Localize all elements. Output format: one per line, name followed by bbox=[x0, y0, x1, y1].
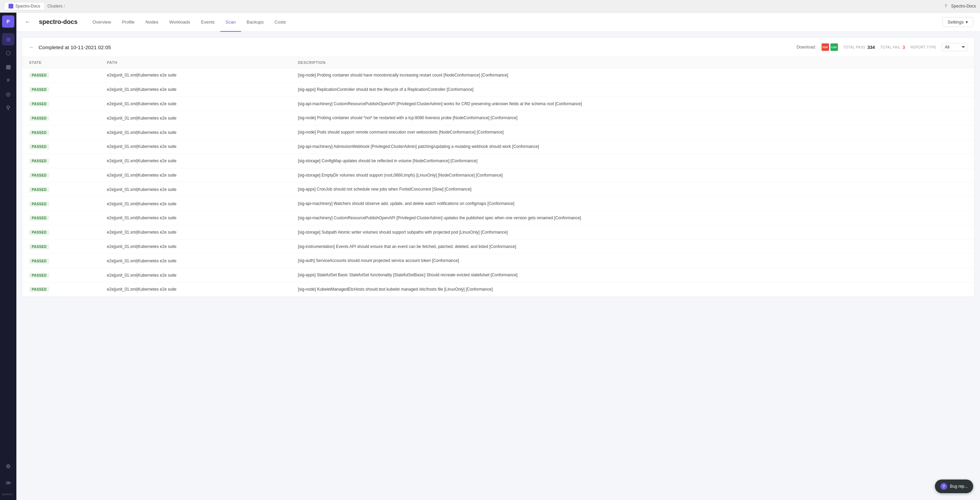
cell-state: PASSED bbox=[22, 97, 100, 111]
state-badge: PASSED bbox=[29, 87, 49, 92]
tab-workloads[interactable]: Workloads bbox=[164, 13, 196, 32]
breadcrumb-clusters[interactable]: Clusters bbox=[48, 4, 62, 8]
cell-state: PASSED bbox=[22, 225, 100, 239]
scan-header: ← Completed at 10-11-2021 02:05 Download… bbox=[22, 38, 974, 57]
state-badge: PASSED bbox=[29, 187, 49, 192]
total-pass-label: TOTAL PASS bbox=[843, 45, 865, 49]
state-badge: PASSED bbox=[29, 102, 49, 107]
table-row: PASSEDe2e|junit_01.xml|Kubernetes e2e su… bbox=[22, 182, 974, 197]
cell-path: e2e|junit_01.xml|Kubernetes e2e suite bbox=[100, 197, 291, 211]
table-row: PASSEDe2e|junit_01.xml|Kubernetes e2e su… bbox=[22, 68, 974, 83]
tab-scan[interactable]: Scan bbox=[220, 13, 242, 32]
cell-description: [sig-storage] ConfigMap updates should b… bbox=[291, 154, 974, 168]
sidebar-item-home[interactable]: ⊞ bbox=[2, 33, 14, 45]
bug-icon: ? bbox=[940, 483, 947, 490]
settings-button[interactable]: Settings ▾ bbox=[942, 17, 973, 27]
bug-report-button[interactable]: ? Bug rep... bbox=[935, 479, 973, 493]
cell-description: [sig-api-machinery] Watchers should obse… bbox=[291, 197, 974, 211]
cell-path: e2e|junit_01.xml|Kubernetes e2e suite bbox=[100, 268, 291, 282]
state-badge: PASSED bbox=[29, 202, 49, 207]
sidebar-item-globe[interactable]: ◎ bbox=[2, 88, 14, 100]
state-badge: PASSED bbox=[29, 273, 49, 278]
pdf-label: PDF bbox=[822, 46, 828, 49]
cell-state: PASSED bbox=[22, 111, 100, 125]
cell-path: e2e|junit_01.xml|Kubernetes e2e suite bbox=[100, 111, 291, 125]
sidebar-item-cluster[interactable]: ⬡ bbox=[2, 47, 14, 59]
help-icon[interactable]: ? bbox=[945, 4, 947, 8]
settings-label: Settings bbox=[948, 19, 964, 25]
table-header: State Path Description bbox=[22, 57, 974, 68]
sidebar-item-settings[interactable]: ⚙ bbox=[2, 460, 14, 472]
top-right-label: Spectro-Docs bbox=[951, 4, 976, 8]
back-button[interactable]: ← bbox=[23, 17, 32, 27]
table-row: PASSEDe2e|junit_01.xml|Kubernetes e2e su… bbox=[22, 211, 974, 225]
report-type-select[interactable]: All Passed Failed bbox=[942, 43, 967, 51]
total-fail-stat: TOTAL FAIL 3 bbox=[880, 45, 905, 50]
table-row: PASSEDe2e|junit_01.xml|Kubernetes e2e su… bbox=[22, 239, 974, 254]
cell-description: [sig-node] Pods should support remote co… bbox=[291, 125, 974, 140]
cell-state: PASSED bbox=[22, 211, 100, 225]
table-row: PASSEDe2e|junit_01.xml|Kubernetes e2e su… bbox=[22, 197, 974, 211]
download-icons: PDF CSV bbox=[822, 43, 838, 51]
col-description: Description bbox=[291, 57, 974, 68]
cell-state: PASSED bbox=[22, 197, 100, 211]
tab-favicon bbox=[8, 4, 13, 8]
cell-description: [sig-node] Probing container should *not… bbox=[291, 111, 974, 125]
download-pdf-button[interactable]: PDF bbox=[822, 43, 829, 51]
cell-state: PASSED bbox=[22, 68, 100, 83]
state-badge: PASSED bbox=[29, 244, 49, 249]
sidebar-month-label: MONTH... bbox=[2, 493, 14, 496]
download-csv-button[interactable]: CSV bbox=[830, 43, 838, 51]
tab-costs[interactable]: Costs bbox=[269, 13, 291, 32]
tab-events[interactable]: Events bbox=[196, 13, 220, 32]
cell-description: [sig-node] Probing container should have… bbox=[291, 68, 974, 83]
sidebar-item-list[interactable]: ≡ bbox=[2, 74, 14, 86]
tab-profile[interactable]: Profile bbox=[116, 13, 140, 32]
state-badge: PASSED bbox=[29, 230, 49, 235]
state-badge: PASSED bbox=[29, 130, 49, 135]
sidebar-item-search[interactable]: ⚲ bbox=[2, 102, 14, 114]
cell-state: PASSED bbox=[22, 82, 100, 97]
cell-description: [sig-node] KubeletManagedEtcHosts should… bbox=[291, 282, 974, 296]
chevron-down-icon: ▾ bbox=[966, 19, 968, 25]
cell-state: PASSED bbox=[22, 182, 100, 197]
cell-path: e2e|junit_01.xml|Kubernetes e2e suite bbox=[100, 254, 291, 268]
nav-tabs: Overview Profile Nodes Workloads Events … bbox=[87, 13, 291, 32]
scan-back-button[interactable]: ← bbox=[29, 44, 35, 50]
tab-title: Spectro-Docs bbox=[15, 4, 40, 8]
cell-description: [sig-instrumentation] Events API should … bbox=[291, 239, 974, 254]
browser-bar: Spectro-Docs Clusters / ? Spectro-Docs bbox=[0, 0, 980, 13]
table-row: PASSEDe2e|junit_01.xml|Kubernetes e2e su… bbox=[22, 268, 974, 282]
cell-description: [sig-api-machinery] CustomResourcePublis… bbox=[291, 211, 974, 225]
tab-backups[interactable]: Backups bbox=[241, 13, 269, 32]
browser-tab[interactable]: Spectro-Docs bbox=[4, 2, 45, 10]
table-row: PASSEDe2e|junit_01.xml|Kubernetes e2e su… bbox=[22, 125, 974, 140]
bug-report-label: Bug rep... bbox=[950, 484, 968, 489]
cell-path: e2e|junit_01.xml|Kubernetes e2e suite bbox=[100, 282, 291, 296]
scan-meta: Download: PDF CSV TOTAL PASS 334 bbox=[797, 43, 967, 51]
col-path: Path bbox=[100, 57, 291, 68]
page-content: ← Completed at 10-11-2021 02:05 Download… bbox=[16, 32, 980, 500]
table-row: PASSEDe2e|junit_01.xml|Kubernetes e2e su… bbox=[22, 82, 974, 97]
cell-path: e2e|junit_01.xml|Kubernetes e2e suite bbox=[100, 211, 291, 225]
tab-overview[interactable]: Overview bbox=[87, 13, 116, 32]
cell-state: PASSED bbox=[22, 168, 100, 182]
top-right-bar: ? Spectro-Docs bbox=[945, 4, 976, 8]
app-header: ← spectro-docs Overview Profile Nodes Wo… bbox=[16, 13, 980, 32]
cell-description: [sig-auth] ServiceAccounts should mount … bbox=[291, 254, 974, 268]
total-pass-stat: TOTAL PASS 334 bbox=[843, 45, 875, 50]
sidebar-item-expand[interactable]: ≫ bbox=[2, 476, 14, 489]
sidebar-logo[interactable]: P bbox=[2, 15, 14, 28]
state-badge: PASSED bbox=[29, 73, 49, 78]
sidebar-item-apps[interactable]: ▦ bbox=[2, 61, 14, 73]
breadcrumb-sep: / bbox=[64, 4, 65, 8]
cell-path: e2e|junit_01.xml|Kubernetes e2e suite bbox=[100, 225, 291, 239]
cell-state: PASSED bbox=[22, 239, 100, 254]
scan-card: ← Completed at 10-11-2021 02:05 Download… bbox=[22, 37, 975, 297]
tab-nodes[interactable]: Nodes bbox=[140, 13, 164, 32]
cell-path: e2e|junit_01.xml|Kubernetes e2e suite bbox=[100, 168, 291, 182]
cell-description: [sig-api-machinery] AdmissionWebhook [Pr… bbox=[291, 139, 974, 154]
cell-state: PASSED bbox=[22, 268, 100, 282]
logo-text: P bbox=[6, 19, 10, 24]
main-content: ← spectro-docs Overview Profile Nodes Wo… bbox=[16, 13, 980, 500]
